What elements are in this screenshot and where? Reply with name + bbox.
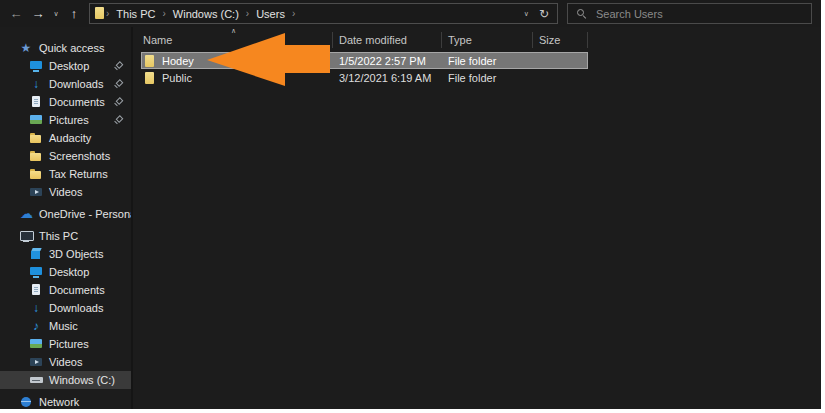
sidebar-item-documents[interactable]: Documents	[0, 281, 131, 299]
monitor-icon	[30, 60, 42, 72]
breadcrumb: › This PC › Windows (C:) › Users ›	[105, 8, 524, 20]
picture-icon	[30, 114, 42, 126]
column-header-type[interactable]: Type	[442, 32, 533, 48]
document-icon	[30, 284, 42, 296]
explorer-body: ★ Quick access Desktop ↓ Downloads Docum…	[0, 27, 821, 409]
explorer-toolbar: ← → ∨ ↑ › This PC › Windows (C:) › Users…	[0, 0, 821, 27]
sidebar-item-downloads[interactable]: ↓ Downloads	[0, 299, 131, 317]
sidebar-item-label: Videos	[49, 186, 82, 198]
sidebar-item-documents[interactable]: Documents	[0, 93, 131, 111]
address-folder-icon	[94, 7, 105, 20]
sidebar-item-label: Windows (C:)	[49, 374, 115, 386]
folder-icon	[30, 150, 42, 162]
download-arrow-icon: ↓	[30, 302, 42, 314]
sidebar-item-3d-objects[interactable]: 3D Objects	[0, 245, 131, 263]
sidebar-item-label: Downloads	[49, 302, 103, 314]
sidebar-item-label: Downloads	[49, 78, 103, 90]
sidebar-item-network[interactable]: Network	[0, 393, 131, 409]
breadcrumb-chevron-icon[interactable]: ›	[291, 8, 296, 19]
column-header-size[interactable]: Size	[533, 32, 588, 48]
network-globe-icon	[20, 396, 32, 408]
forward-icon[interactable]: →	[28, 4, 48, 24]
sidebar-item-label: OneDrive - Personal	[39, 208, 133, 220]
file-name-label: Hodey	[162, 55, 194, 67]
sidebar-item-screenshots[interactable]: Screenshots	[0, 147, 131, 165]
sidebar-item-label: Pictures	[49, 114, 89, 126]
sidebar-item-label: Music	[49, 320, 78, 332]
screenshot: ← → ∨ ↑ › This PC › Windows (C:) › Users…	[0, 0, 825, 413]
folder-icon	[30, 132, 42, 144]
video-icon	[30, 356, 42, 368]
breadcrumb-this-pc[interactable]: This PC	[110, 8, 161, 20]
sidebar-item-this-pc[interactable]: This PC	[0, 227, 131, 245]
sidebar-item-label: Network	[39, 396, 79, 408]
sidebar-item-downloads[interactable]: ↓ Downloads	[0, 75, 131, 93]
address-dropdown-chevron-icon[interactable]: ∨	[524, 10, 529, 18]
breadcrumb-users[interactable]: Users	[250, 8, 291, 20]
picture-icon	[30, 338, 42, 350]
document-icon	[30, 96, 42, 108]
folder-icon	[144, 55, 156, 67]
back-icon[interactable]: ←	[6, 4, 26, 24]
download-arrow-icon: ↓	[30, 78, 42, 90]
navigation-buttons: ← → ∨ ↑	[6, 4, 84, 24]
search-input[interactable]	[596, 8, 803, 20]
up-icon[interactable]: ↑	[64, 4, 84, 24]
star-icon: ★	[20, 42, 32, 54]
address-bar-controls: ∨ ↻	[524, 7, 553, 21]
pin-icon	[113, 115, 123, 125]
sidebar-item-label: Pictures	[49, 338, 89, 350]
address-bar[interactable]: › This PC › Windows (C:) › Users › ∨ ↻	[89, 3, 558, 24]
sidebar-item-label: Desktop	[49, 266, 89, 278]
drive-icon	[30, 374, 42, 386]
sidebar-item-music[interactable]: ♪ Music	[0, 317, 131, 335]
monitor-icon	[30, 266, 42, 278]
sidebar-item-videos[interactable]: Videos	[0, 353, 131, 371]
sidebar-item-audacity[interactable]: Audacity	[0, 129, 131, 147]
folder-icon	[144, 72, 156, 84]
pin-icon	[113, 79, 123, 89]
file-date-cell: 1/5/2022 2:57 PM	[333, 55, 442, 67]
cube-icon	[30, 248, 42, 260]
pin-icon	[113, 61, 123, 71]
cloud-icon: ☁	[20, 208, 32, 220]
computer-icon	[20, 230, 32, 242]
folder-icon	[30, 168, 42, 180]
annotation-arrow-icon	[207, 33, 330, 86]
file-type-cell: File folder	[442, 55, 533, 67]
sidebar-item-label: Documents	[49, 96, 105, 108]
sidebar: ★ Quick access Desktop ↓ Downloads Docum…	[0, 27, 133, 409]
sidebar-item-label: Documents	[49, 284, 105, 296]
refresh-icon[interactable]: ↻	[539, 7, 549, 21]
sidebar-item-desktop[interactable]: Desktop	[0, 57, 131, 75]
video-icon	[30, 186, 42, 198]
sidebar-item-label: Desktop	[49, 60, 89, 72]
pin-icon	[113, 97, 123, 107]
file-name-label: Public	[162, 72, 192, 84]
search-icon	[576, 8, 587, 19]
music-note-icon: ♪	[30, 320, 42, 332]
file-type-cell: File folder	[442, 72, 533, 84]
file-explorer-window: ← → ∨ ↑ › This PC › Windows (C:) › Users…	[0, 0, 821, 409]
sidebar-item-onedrive-personal[interactable]: ☁ OneDrive - Personal	[0, 205, 131, 223]
sidebar-item-label: Tax Returns	[49, 168, 108, 180]
sidebar-item-label: Audacity	[49, 132, 91, 144]
sidebar-item-label: Screenshots	[49, 150, 110, 162]
sidebar-item-label: 3D Objects	[49, 248, 103, 260]
sidebar-item-windows-c-[interactable]: Windows (C:)	[0, 371, 131, 389]
sidebar-item-pictures[interactable]: Pictures	[0, 335, 131, 353]
search-box[interactable]	[567, 3, 812, 24]
sidebar-item-label: This PC	[39, 230, 78, 242]
recent-locations-chevron-icon[interactable]: ∨	[50, 4, 62, 24]
breadcrumb-windows-c[interactable]: Windows (C:)	[167, 8, 245, 20]
sidebar-item-tax-returns[interactable]: Tax Returns	[0, 165, 131, 183]
sidebar-item-pictures[interactable]: Pictures	[0, 111, 131, 129]
file-date-cell: 3/12/2021 6:19 AM	[333, 72, 442, 84]
sidebar-item-label: Quick access	[39, 42, 104, 54]
column-header-date-modified[interactable]: Date modified	[333, 32, 442, 48]
sidebar-item-quick-access[interactable]: ★ Quick access	[0, 39, 131, 57]
sidebar-item-label: Videos	[49, 356, 82, 368]
sidebar-item-desktop[interactable]: Desktop	[0, 263, 131, 281]
sidebar-item-videos[interactable]: Videos	[0, 183, 131, 201]
